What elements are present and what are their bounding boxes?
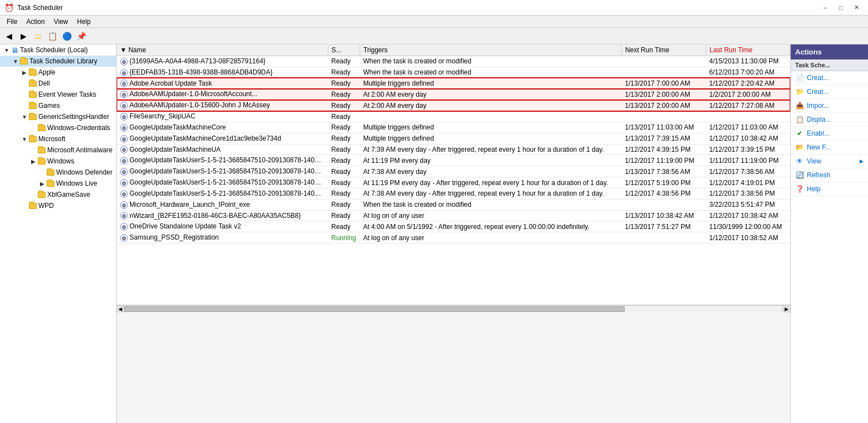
action-view-label: View — [807, 157, 821, 165]
maximize-button[interactable]: □ — [834, 2, 848, 13]
table-row[interactable]: ⚙OneDrive Standalone Update Task v2Ready… — [117, 221, 790, 232]
task-triggers-cell: At 7:38 AM every day — [360, 166, 621, 177]
tree-item-antimalware[interactable]: ▶ Microsoft Antimalware — [0, 145, 116, 156]
table-row[interactable]: ⚙AdobeAAMUpdater-1.0-15600-John J McAsse… — [117, 100, 790, 111]
table-row[interactable]: ⚙Samsung_PSSD_RegistrationRunningAt log … — [117, 232, 790, 243]
table-row[interactable]: ⚙{EEDFAB35-131B-4398-938B-8868ADB4D9DA}R… — [117, 67, 790, 78]
task-nextrun-cell: 1/13/2017 2:00:00 AM — [622, 89, 706, 100]
task-table-container[interactable]: ▼Name S... Triggers Next Run Time Last R… — [117, 44, 790, 305]
tree-item-eventviewer[interactable]: ▶ Event Viewer Tasks — [0, 89, 116, 100]
scroll-right-button[interactable]: ▶ — [782, 306, 790, 312]
task-nextrun-cell — [622, 232, 706, 243]
tree-label-genericsettings: GenericSettingsHandler — [38, 113, 109, 121]
task-status-cell: Ready — [328, 199, 360, 210]
task-nextrun-cell — [622, 67, 706, 78]
action-enable[interactable]: ✔ Enabl... — [791, 127, 868, 141]
tree-item-root[interactable]: ▼ 🖥 Task Scheduler (Local) — [0, 44, 116, 56]
task-icon: ⚙ — [120, 79, 128, 87]
col-header-lastrun[interactable]: Last Run Time — [706, 44, 790, 56]
table-row[interactable]: ⚙GoogleUpdateTaskUserS-1-5-21-3685847510… — [117, 177, 790, 188]
table-row[interactable]: ⚙nWizard_{B2FE1952-0186-46C3-BAEC-A80AA3… — [117, 210, 790, 221]
task-status-cell: Running — [328, 232, 360, 243]
table-row[interactable]: ⚙{31699A5A-A0A4-4988-A713-08F285791164}R… — [117, 56, 790, 67]
action-newf[interactable]: 📂 New F... — [791, 141, 868, 155]
task-name-cell: ⚙Samsung_PSSD_Registration — [117, 232, 328, 243]
task-icon: ⚙ — [120, 190, 128, 198]
toolbar-clipboard-button[interactable]: 📋 — [46, 29, 59, 43]
menu-action[interactable]: Action — [22, 17, 49, 27]
menu-file[interactable]: File — [2, 17, 22, 27]
toolbar-circle-button[interactable]: 🔵 — [60, 29, 73, 43]
tree-item-library[interactable]: ▼ Task Scheduler Library — [0, 56, 116, 67]
action-import[interactable]: 📥 Impor... — [791, 99, 868, 113]
table-row[interactable]: ⚙Microsoft_Hardware_Launch_IPoint_exeRea… — [117, 199, 790, 210]
task-name-text: {31699A5A-A0A4-4988-A713-08F285791164} — [129, 57, 266, 65]
minimize-button[interactable]: − — [818, 2, 832, 13]
action-view[interactable]: 👁 View ▶ — [791, 155, 868, 168]
tree-label-microsoft: Microsoft — [38, 135, 66, 143]
main-layout: ▼ 🖥 Task Scheduler (Local) ▼ Task Schedu… — [0, 44, 868, 423]
task-triggers-cell: When the task is created or modified — [360, 199, 621, 210]
action-enable-label: Enabl... — [807, 130, 830, 137]
tree-item-defender[interactable]: ▶ Windows Defender — [0, 167, 116, 178]
task-lastrun-cell: 3/22/2013 5:51:47 PM — [706, 199, 790, 210]
col-header-nextrun[interactable]: Next Run Time — [622, 44, 706, 56]
tree-item-windows[interactable]: ▶ Windows — [0, 156, 116, 167]
titlebar: ⏰ Task Scheduler − □ ✕ — [0, 0, 868, 16]
task-name-cell: ⚙AdobeAAMUpdater-1.0-MicrosoftAccount... — [117, 89, 328, 100]
tree-item-genericsettings[interactable]: ▼ GenericSettingsHandler — [0, 111, 116, 122]
table-row[interactable]: ⚙FileSearchy_SkipUACReady — [117, 111, 790, 122]
table-row[interactable]: ⚙Adobe Acrobat Update TaskReadyMultiple … — [117, 78, 790, 89]
col-header-name[interactable]: ▼Name — [117, 44, 328, 56]
col-header-triggers[interactable]: Triggers — [360, 44, 621, 56]
task-name-cell: ⚙GoogleUpdateTaskUserS-1-5-21-3685847510… — [117, 177, 328, 188]
scroll-track[interactable] — [124, 306, 782, 312]
tree-item-wpd[interactable]: ▶ WPD — [0, 200, 116, 211]
task-name-text: FileSearchy_SkipUAC — [129, 112, 196, 120]
scroll-thumb[interactable] — [124, 306, 625, 312]
tree-item-games[interactable]: ▶ Games — [0, 100, 116, 111]
task-lastrun-cell: 1/12/2017 11:03:00 AM — [706, 122, 790, 133]
task-table-body: ⚙{31699A5A-A0A4-4988-A713-08F285791164}R… — [117, 56, 790, 243]
tree-folder-windowscredentials-icon — [38, 125, 46, 131]
menu-view[interactable]: View — [49, 17, 73, 27]
col-header-status[interactable]: S... — [328, 44, 360, 56]
action-display[interactable]: 📋 Displa... — [791, 113, 868, 127]
scroll-left-button[interactable]: ◀ — [117, 306, 124, 312]
table-row[interactable]: ⚙GoogleUpdateTaskMachineUAReadyAt 7:39 A… — [117, 144, 790, 155]
table-row[interactable]: ⚙GoogleUpdateTaskMachineCore1d1ac9ebe3e7… — [117, 133, 790, 144]
menubar: File Action View Help — [0, 16, 868, 28]
action-create2[interactable]: 📁 Creat... — [791, 85, 868, 99]
horizontal-scrollbar[interactable]: ◀ ▶ — [117, 305, 790, 312]
tree-label-dell: Dell — [38, 79, 50, 87]
tree-item-apple[interactable]: ▶ Apple — [0, 67, 116, 78]
toolbar-pin-button[interactable]: 📌 — [74, 29, 88, 43]
table-row[interactable]: ⚙GoogleUpdateTaskUserS-1-5-21-3685847510… — [117, 166, 790, 177]
tree-label-apple: Apple — [38, 68, 56, 76]
app-icon: ⏰ — [4, 3, 14, 12]
tree-item-windowscredentials[interactable]: ▶ Windows-Credentials — [0, 122, 116, 133]
action-create1[interactable]: 📄 Creat... — [791, 71, 868, 85]
tree-item-windowslive[interactable]: ▶ Windows Live — [0, 178, 116, 189]
tree-folder-dell-icon — [29, 81, 37, 87]
task-nextrun-cell — [622, 199, 706, 210]
table-row[interactable]: ⚙AdobeAAMUpdater-1.0-MicrosoftAccount...… — [117, 89, 790, 100]
action-refresh[interactable]: 🔄 Refresh — [791, 168, 868, 182]
task-lastrun-cell: 1/12/2017 3:39:15 PM — [706, 144, 790, 155]
toolbar-back-button[interactable]: ◀ — [2, 29, 16, 43]
task-status-cell: Ready — [328, 111, 360, 122]
tree-item-microsoft[interactable]: ▼ Microsoft — [0, 133, 116, 145]
table-row[interactable]: ⚙GoogleUpdateTaskUserS-1-5-21-3685847510… — [117, 188, 790, 199]
tree-item-dell[interactable]: ▶ Dell — [0, 78, 116, 89]
menu-help[interactable]: Help — [73, 17, 96, 27]
table-row[interactable]: ⚙GoogleUpdateTaskUserS-1-5-21-3685847510… — [117, 155, 790, 166]
table-row[interactable]: ⚙GoogleUpdateTaskMachineCoreReadyMultipl… — [117, 122, 790, 133]
task-status-cell: Ready — [328, 100, 360, 111]
toolbar-folder-button[interactable]: 🗂 — [31, 29, 44, 43]
task-table: ▼Name S... Triggers Next Run Time Last R… — [117, 44, 790, 243]
action-help[interactable]: ❓ Help — [791, 182, 868, 196]
tree-item-xblgamesave[interactable]: ▶ XblGameSave — [0, 189, 116, 200]
toolbar-forward-button[interactable]: ▶ — [17, 29, 30, 43]
task-name-text: GoogleUpdateTaskUserS-1-5-21-3685847510-… — [129, 156, 328, 164]
close-button[interactable]: ✕ — [849, 2, 864, 13]
